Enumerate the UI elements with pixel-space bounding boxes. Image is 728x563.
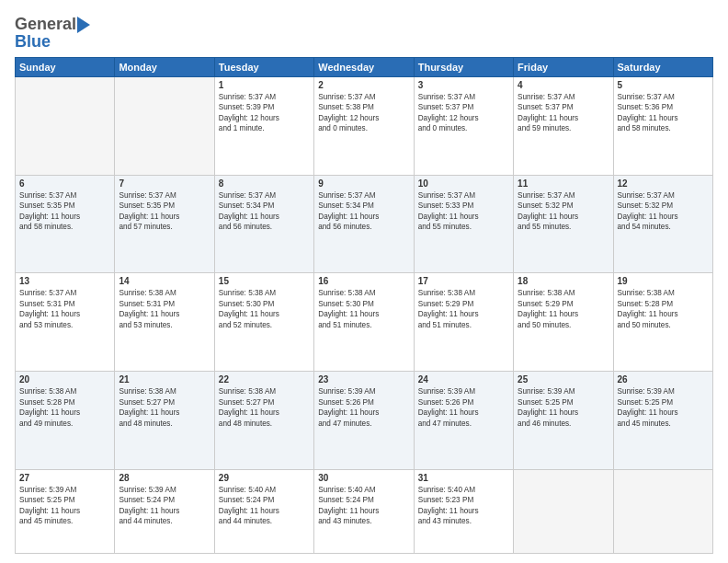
logo: General Blue [15,15,90,52]
day-info: Sunrise: 5:38 AMSunset: 5:27 PMDaylight:… [219,386,310,429]
logo-blue-text: Blue [15,32,51,52]
day-cell: 16Sunrise: 5:38 AMSunset: 5:30 PMDayligh… [314,273,414,372]
day-info: Sunrise: 5:38 AMSunset: 5:27 PMDaylight:… [119,386,210,429]
week-row-2: 6Sunrise: 5:37 AMSunset: 5:35 PMDaylight… [16,175,713,273]
day-info: Sunrise: 5:38 AMSunset: 5:28 PMDaylight:… [19,386,110,429]
day-number: 2 [318,80,409,90]
day-info: Sunrise: 5:37 AMSunset: 5:35 PMDaylight:… [119,190,210,233]
col-header-sunday: Sunday [16,58,115,77]
day-number: 17 [418,276,509,286]
day-info: Sunrise: 5:39 AMSunset: 5:26 PMDaylight:… [418,386,509,429]
week-row-4: 20Sunrise: 5:38 AMSunset: 5:28 PMDayligh… [16,372,713,470]
day-cell: 13Sunrise: 5:37 AMSunset: 5:31 PMDayligh… [16,273,115,372]
col-header-wednesday: Wednesday [314,58,414,77]
day-number: 7 [119,178,210,189]
day-info: Sunrise: 5:38 AMSunset: 5:31 PMDaylight:… [119,288,210,330]
day-cell: 30Sunrise: 5:40 AMSunset: 5:24 PMDayligh… [314,469,414,553]
day-cell: 1Sunrise: 5:37 AMSunset: 5:39 PMDaylight… [214,77,313,176]
day-cell: 12Sunrise: 5:37 AMSunset: 5:32 PMDayligh… [613,175,712,273]
day-number: 3 [418,80,509,90]
day-info: Sunrise: 5:37 AMSunset: 5:33 PMDaylight:… [418,190,509,233]
day-number: 4 [518,80,609,90]
day-number: 10 [418,178,509,189]
day-cell [514,469,613,553]
day-number: 31 [418,473,509,483]
day-cell: 23Sunrise: 5:39 AMSunset: 5:26 PMDayligh… [314,372,414,470]
day-cell: 4Sunrise: 5:37 AMSunset: 5:37 PMDaylight… [514,77,613,176]
day-cell: 17Sunrise: 5:38 AMSunset: 5:29 PMDayligh… [414,273,513,372]
day-cell: 19Sunrise: 5:38 AMSunset: 5:28 PMDayligh… [613,273,712,372]
svg-marker-0 [77,17,90,33]
week-row-5: 27Sunrise: 5:39 AMSunset: 5:25 PMDayligh… [16,469,713,553]
day-cell: 28Sunrise: 5:39 AMSunset: 5:24 PMDayligh… [115,469,214,553]
day-info: Sunrise: 5:37 AMSunset: 5:34 PMDaylight:… [318,190,409,233]
day-cell: 7Sunrise: 5:37 AMSunset: 5:35 PMDaylight… [115,175,214,273]
day-cell [115,77,214,176]
day-number: 14 [119,276,210,286]
day-info: Sunrise: 5:37 AMSunset: 5:39 PMDaylight:… [219,92,310,134]
day-cell: 15Sunrise: 5:38 AMSunset: 5:30 PMDayligh… [214,273,313,372]
day-info: Sunrise: 5:37 AMSunset: 5:35 PMDaylight:… [19,190,110,233]
day-info: Sunrise: 5:38 AMSunset: 5:28 PMDaylight:… [618,288,709,330]
day-number: 27 [19,473,110,483]
day-number: 16 [318,276,409,286]
day-cell: 20Sunrise: 5:38 AMSunset: 5:28 PMDayligh… [16,372,115,470]
day-info: Sunrise: 5:37 AMSunset: 5:36 PMDaylight:… [618,92,709,134]
col-header-friday: Friday [514,58,613,77]
col-header-thursday: Thursday [414,58,513,77]
day-number: 18 [518,276,609,286]
day-cell: 22Sunrise: 5:38 AMSunset: 5:27 PMDayligh… [214,372,313,470]
day-info: Sunrise: 5:39 AMSunset: 5:25 PMDaylight:… [618,386,709,429]
day-number: 26 [618,374,709,385]
header: General Blue [15,15,713,52]
day-number: 19 [618,276,709,286]
day-number: 9 [318,178,409,189]
day-cell: 31Sunrise: 5:40 AMSunset: 5:23 PMDayligh… [414,469,513,553]
day-info: Sunrise: 5:37 AMSunset: 5:34 PMDaylight:… [219,190,310,233]
day-info: Sunrise: 5:37 AMSunset: 5:31 PMDaylight:… [19,288,110,330]
day-number: 12 [618,178,709,189]
day-info: Sunrise: 5:38 AMSunset: 5:30 PMDaylight:… [318,288,409,330]
day-number: 23 [318,374,409,385]
day-info: Sunrise: 5:38 AMSunset: 5:29 PMDaylight:… [418,288,509,330]
day-cell: 18Sunrise: 5:38 AMSunset: 5:29 PMDayligh… [514,273,613,372]
col-header-monday: Monday [115,58,214,77]
day-number: 22 [219,374,310,385]
day-cell: 5Sunrise: 5:37 AMSunset: 5:36 PMDaylight… [613,77,712,176]
day-info: Sunrise: 5:37 AMSunset: 5:37 PMDaylight:… [418,92,509,134]
day-number: 13 [19,276,110,286]
day-info: Sunrise: 5:38 AMSunset: 5:29 PMDaylight:… [518,288,609,330]
day-info: Sunrise: 5:40 AMSunset: 5:24 PMDaylight:… [318,485,409,527]
day-number: 20 [19,374,110,385]
col-header-saturday: Saturday [613,58,712,77]
day-cell: 11Sunrise: 5:37 AMSunset: 5:32 PMDayligh… [514,175,613,273]
day-cell: 10Sunrise: 5:37 AMSunset: 5:33 PMDayligh… [414,175,513,273]
logo-triangle-icon [77,17,90,33]
day-number: 25 [518,374,609,385]
col-header-tuesday: Tuesday [214,58,313,77]
day-info: Sunrise: 5:39 AMSunset: 5:25 PMDaylight:… [19,485,110,527]
day-cell: 14Sunrise: 5:38 AMSunset: 5:31 PMDayligh… [115,273,214,372]
calendar-table: SundayMondayTuesdayWednesdayThursdayFrid… [15,57,713,554]
day-number: 29 [219,473,310,483]
day-info: Sunrise: 5:37 AMSunset: 5:38 PMDaylight:… [318,92,409,134]
day-cell: 6Sunrise: 5:37 AMSunset: 5:35 PMDaylight… [16,175,115,273]
day-number: 1 [219,80,310,90]
day-cell: 24Sunrise: 5:39 AMSunset: 5:26 PMDayligh… [414,372,513,470]
day-info: Sunrise: 5:39 AMSunset: 5:25 PMDaylight:… [518,386,609,429]
week-row-3: 13Sunrise: 5:37 AMSunset: 5:31 PMDayligh… [16,273,713,372]
day-number: 21 [119,374,210,385]
day-number: 11 [518,178,609,189]
day-info: Sunrise: 5:38 AMSunset: 5:30 PMDaylight:… [219,288,310,330]
page: General Blue SundayMondayTuesdayWednesda… [0,0,728,563]
day-cell [16,77,115,176]
day-number: 6 [19,178,110,189]
day-number: 30 [318,473,409,483]
day-cell: 9Sunrise: 5:37 AMSunset: 5:34 PMDaylight… [314,175,414,273]
day-number: 5 [618,80,709,90]
day-number: 8 [219,178,310,189]
day-info: Sunrise: 5:39 AMSunset: 5:26 PMDaylight:… [318,386,409,429]
day-info: Sunrise: 5:37 AMSunset: 5:32 PMDaylight:… [618,190,709,233]
day-cell: 29Sunrise: 5:40 AMSunset: 5:24 PMDayligh… [214,469,313,553]
day-cell [613,469,712,553]
